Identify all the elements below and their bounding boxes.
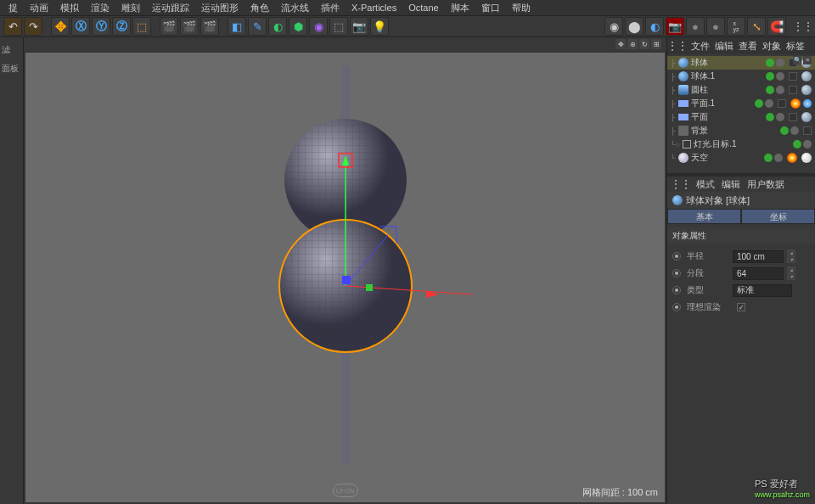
shading-button[interactable]: ◉: [604, 17, 623, 36]
visibility-dot[interactable]: [766, 86, 774, 94]
spinner[interactable]: ▴▾: [787, 249, 795, 263]
render-settings-button[interactable]: 🎬: [180, 17, 199, 36]
deformer-button[interactable]: ◉: [309, 17, 328, 36]
undo-button[interactable]: ↶: [3, 17, 22, 36]
menu-item[interactable]: Octane: [403, 1, 443, 14]
vp-layout-icon[interactable]: ⊞: [651, 39, 661, 49]
render-checkbox[interactable]: ✓: [737, 303, 745, 311]
menu-item[interactable]: 角色: [245, 0, 274, 16]
tree-row-background[interactable]: ├ 背景: [667, 124, 815, 137]
radio-icon[interactable]: [672, 286, 681, 294]
objtab-file[interactable]: 文件: [691, 40, 710, 53]
attr-tab-mode[interactable]: 模式: [696, 178, 715, 191]
visibility-dot[interactable]: [793, 140, 801, 148]
x-axis-button[interactable]: Ⓧ: [71, 17, 90, 36]
menu-item[interactable]: 雕刻: [116, 0, 145, 16]
visibility-dot[interactable]: [766, 59, 774, 67]
phong-tag-icon[interactable]: [778, 99, 786, 108]
vp-rotate-icon[interactable]: ↻: [639, 39, 649, 49]
menu-item[interactable]: X-Particles: [346, 1, 402, 14]
objtab-edit[interactable]: 编辑: [715, 40, 734, 53]
subtab-coord[interactable]: 坐标: [741, 209, 815, 224]
menu-item[interactable]: 脚本: [446, 0, 475, 16]
render-dot[interactable]: [776, 113, 784, 121]
visibility-dot[interactable]: [780, 126, 789, 135]
search-icon[interactable]: 🔍: [793, 56, 801, 64]
objtab-object[interactable]: 对象: [762, 40, 781, 53]
menu-item[interactable]: 插件: [316, 0, 345, 16]
menu-item[interactable]: 动画: [25, 0, 53, 16]
menu-item[interactable]: 模拟: [55, 0, 84, 16]
3d-viewport[interactable]: UI·CN 网格间距 : 100 cm: [25, 53, 665, 502]
coord-system-button[interactable]: ⬚: [132, 17, 151, 36]
subtab-basic[interactable]: 基本: [667, 209, 741, 224]
shelf-icon[interactable]: ⋮⋮: [795, 19, 812, 34]
panel-menu-icon[interactable]: ⋮⋮: [669, 38, 686, 53]
render-dot[interactable]: [776, 86, 784, 94]
tag-icon[interactable]: [803, 126, 812, 135]
visibility-dot[interactable]: [755, 99, 763, 108]
tree-row-sphere1[interactable]: ├ 球体.1: [667, 70, 815, 83]
sphere2-button[interactable]: ●: [706, 17, 725, 36]
sort-icon[interactable]: ≡: [803, 56, 812, 64]
render-dot[interactable]: [765, 99, 773, 108]
generator-button[interactable]: ⬢: [289, 17, 307, 36]
expand-icon[interactable]: ├: [671, 59, 676, 67]
light-button[interactable]: 💡: [370, 17, 389, 36]
objtab-view[interactable]: 查看: [739, 40, 757, 53]
material-tag-icon[interactable]: [801, 71, 812, 81]
render-dot[interactable]: [790, 126, 799, 135]
render-dot[interactable]: [774, 154, 783, 162]
visibility-dot[interactable]: [766, 72, 774, 81]
redo-button[interactable]: ↷: [24, 17, 42, 36]
xyz-button[interactable]: xyz: [727, 17, 745, 36]
render-button[interactable]: 🎬: [160, 17, 178, 36]
glow-tag-icon[interactable]: [787, 153, 797, 163]
render-region-button[interactable]: 🎬: [200, 17, 219, 36]
attr-tab-edit[interactable]: 编辑: [722, 178, 740, 191]
glow-tag-icon[interactable]: [790, 98, 801, 109]
compositing-tag-icon[interactable]: ◉: [803, 99, 812, 108]
camera-button[interactable]: 📷: [350, 17, 368, 36]
nurbs-button[interactable]: ◐: [268, 17, 287, 36]
vp-pan-icon[interactable]: ✥: [615, 39, 626, 49]
menu-item[interactable]: 渲染: [86, 0, 115, 16]
segments-input[interactable]: [733, 267, 784, 280]
record-button[interactable]: 📷: [666, 17, 684, 36]
visibility-dot[interactable]: [766, 113, 774, 121]
move-tool-button[interactable]: ✥: [51, 17, 70, 36]
environment-button[interactable]: ⬚: [329, 17, 348, 36]
display-button[interactable]: ⬤: [625, 17, 644, 36]
radio-icon[interactable]: [672, 269, 681, 277]
material-tag-icon[interactable]: [801, 112, 812, 122]
phong-tag-icon[interactable]: [789, 72, 797, 81]
snap-button[interactable]: ⤡: [747, 17, 766, 36]
radius-input[interactable]: [733, 250, 784, 263]
pen-tool-button[interactable]: ✎: [248, 17, 267, 36]
menu-item[interactable]: 捉: [3, 0, 23, 16]
type-select[interactable]: [733, 284, 792, 297]
radio-icon[interactable]: [672, 303, 681, 311]
render-dot[interactable]: [776, 59, 784, 67]
material-tag-icon[interactable]: [801, 153, 812, 163]
phong-tag-icon[interactable]: [789, 86, 797, 94]
magnet-button[interactable]: 🧲: [767, 17, 786, 36]
menu-item[interactable]: 窗口: [476, 0, 505, 16]
tree-row-plane[interactable]: ├ 平面: [667, 110, 815, 124]
tree-row-light-target[interactable]: └○ 灯光.目标.1: [667, 137, 815, 151]
menu-item[interactable]: 运动图形: [196, 0, 244, 16]
left-tab-panel[interactable]: 面板: [0, 59, 23, 78]
wireframe-button[interactable]: ◐: [645, 17, 664, 36]
z-axis-button[interactable]: Ⓩ: [112, 17, 131, 36]
tree-row-cylinder[interactable]: ├ 圆柱: [667, 83, 815, 97]
menu-item[interactable]: 流水线: [276, 0, 314, 16]
left-tab-filter[interactable]: 滤: [0, 41, 23, 59]
attr-tab-userdata[interactable]: 用户数据: [747, 178, 784, 191]
objtab-tag[interactable]: 标签: [786, 40, 805, 53]
vp-zoom-icon[interactable]: ⊕: [627, 39, 638, 49]
y-axis-button[interactable]: Ⓨ: [92, 17, 110, 36]
spinner[interactable]: ▴▾: [787, 266, 795, 280]
cube-primitive-button[interactable]: ◧: [228, 17, 246, 36]
attr-menu-icon[interactable]: ⋮⋮: [672, 176, 689, 192]
object-hierarchy-tree[interactable]: 🔍≡ ├ 球体 ├ 球体.1 ├ 圆柱: [667, 54, 815, 173]
